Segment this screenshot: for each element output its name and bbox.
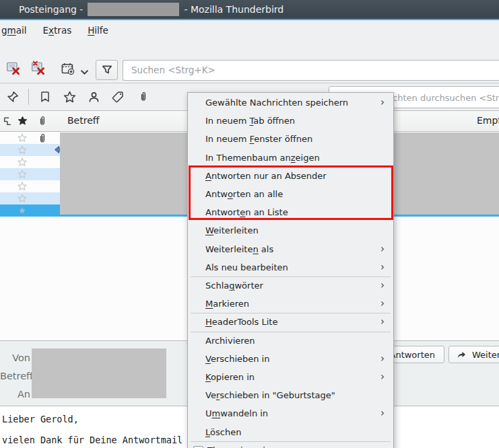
submenu-arrow-icon: › (380, 258, 385, 276)
menu-item-in-neuem-fenster-öffnen[interactable]: In neuem Fenster öffnen (189, 130, 393, 148)
header-label-from: Von (0, 352, 30, 363)
submenu-arrow-icon: › (380, 240, 385, 258)
submenu-arrow-icon: › (380, 276, 385, 295)
menu-item-label: Antworten an Liste (205, 207, 288, 217)
menu-item-label: Weiterleiten (205, 225, 259, 235)
calendar-add-icon[interactable] (59, 60, 75, 76)
menu-item-als-neu-bearbeiten[interactable]: Als neu bearbeiten› (189, 258, 393, 276)
menubar-item-gmail[interactable]: gmail (0, 22, 35, 38)
menu-item-label: In Themenbaum anzeigen (205, 153, 320, 163)
filter-funnel-icon (101, 64, 113, 76)
menu-item-verschieben-in[interactable]: Verschieben in› (189, 350, 393, 368)
paperclip-icon[interactable] (136, 89, 151, 104)
message-body-line: Lieber Gerold, (2, 414, 79, 424)
menu-item-label: Als neu bearbeiten (205, 262, 288, 272)
window-title-prefix: Posteingang - (19, 4, 83, 15)
quick-filter-toggle-button[interactable] (96, 60, 118, 80)
menu-item-label: Umwandeln in (205, 408, 268, 418)
menu-item-label: In neuem Tab öffnen (205, 116, 295, 126)
main-toolbar (0, 59, 499, 81)
reply-button-label: Antworten (390, 350, 436, 360)
menu-item-label: Archivieren (205, 336, 255, 346)
menu-item-weiterleiten[interactable]: Weiterleiten (189, 221, 393, 239)
menu-item-label: Schlagwörter (205, 281, 263, 291)
star-icon[interactable] (18, 145, 27, 155)
toolbar-icon-group (0, 60, 90, 81)
menu-item-label: In neuem Fenster öffnen (205, 134, 312, 144)
menu-item-label: Antworten nur an Absender (205, 171, 327, 181)
menu-item-label: Kopieren in (205, 372, 255, 382)
menu-item-label: Thema ignorieren (207, 445, 285, 448)
menubar: gmailExtrasHilfe (0, 20, 499, 40)
menubar-item-extras[interactable]: Extras (35, 22, 80, 38)
thread-icon[interactable] (3, 116, 13, 126)
forward-button-label: Weiterleiten (472, 350, 499, 360)
menu-item-umwandeln-in[interactable]: Umwandeln in› (189, 404, 393, 422)
menu-item-löschen[interactable]: Löschen (189, 423, 393, 441)
menu-item-label: Antworten an alle (205, 189, 283, 199)
menu-item-weiterleiten-als[interactable]: Weiterleiten als› (189, 240, 393, 258)
menu-item-schlagwörter[interactable]: Schlagwörter› (189, 276, 393, 295)
chevron-down-icon[interactable] (79, 64, 90, 80)
paperclip-icon (37, 133, 48, 144)
menubar-item-hilfe[interactable]: Hilfe (79, 22, 117, 38)
menu-item-label: HeaderTools Lite (205, 317, 277, 327)
pin-icon[interactable] (5, 89, 20, 104)
star-icon[interactable] (18, 133, 27, 143)
menu-item-antworten-an-liste[interactable]: Antworten an Liste (189, 203, 393, 221)
column-header-betreff[interactable]: Betreff (67, 115, 99, 126)
menu-item-markieren[interactable]: Markieren› (189, 295, 393, 313)
submenu-arrow-icon: › (380, 404, 385, 422)
submenu-arrow-icon: › (380, 313, 385, 331)
menu-item-verschieben-in-geburtstage[interactable]: Verschieben in "Geburtstage" (189, 386, 393, 404)
menu-item-label: Verschieben in "Geburtstage" (205, 390, 335, 400)
redacted-header-values (32, 348, 166, 398)
menu-item-thema-ignorieren[interactable]: Thema ignorieren (189, 441, 393, 448)
redacted-account-name (88, 3, 179, 16)
person-icon[interactable] (86, 89, 101, 104)
forward-button[interactable]: Weiterleiten (448, 346, 499, 363)
menu-item-label: Gewählte Nachrichten speichern (205, 98, 348, 108)
menu-item-in-neuem-tab-öffnen[interactable]: In neuem Tab öffnen (189, 112, 393, 130)
window-title-suffix: - Mozilla Thunderbird (184, 4, 284, 15)
star-icon[interactable] (18, 194, 27, 203)
submenu-arrow-icon: › (380, 295, 385, 313)
paperclip-icon[interactable] (37, 116, 48, 126)
bookmark-icon[interactable] (38, 89, 53, 104)
tag-icon[interactable] (110, 89, 125, 104)
forward-arrow-icon (457, 350, 467, 360)
menu-item-label: Markieren (205, 299, 249, 309)
menu-item-antworten-an-alle[interactable]: Antworten an alle (189, 185, 393, 203)
quickfilter-separator (28, 89, 29, 105)
menu-item-label: Weiterleiten als (205, 244, 273, 254)
submenu-arrow-icon: › (380, 368, 385, 386)
delete-junk-icon[interactable] (5, 60, 22, 76)
star-selected-icon[interactable] (18, 206, 27, 215)
submenu-arrow-icon: › (380, 350, 385, 368)
star-icon[interactable] (18, 170, 27, 179)
menu-item-label: Löschen (205, 427, 241, 437)
menu-item-label: Verschieben in (205, 354, 269, 364)
column-header-empfaenger[interactable]: Empfänger (477, 115, 499, 126)
menu-item-kopieren-in[interactable]: Kopieren in› (189, 368, 393, 386)
submenu-arrow-icon: › (380, 94, 385, 112)
search-input[interactable] (123, 60, 499, 81)
window-titlebar: Posteingang - - Mozilla Thunderbird (0, 0, 499, 19)
delete-all-junk-icon[interactable] (30, 60, 46, 76)
star-icon[interactable] (18, 182, 27, 191)
menu-item-archivieren[interactable]: Archivieren (189, 332, 393, 350)
header-label-subject: Betreff (0, 371, 30, 381)
star-icon[interactable] (62, 89, 77, 104)
header-label-to: An (0, 389, 30, 400)
menu-item-in-themenbaum-anzeigen[interactable]: In Themenbaum anzeigen (189, 149, 393, 167)
menu-item-antworten-nur-an-absender[interactable]: Antworten nur an Absender (189, 167, 393, 185)
star-filled-icon[interactable] (18, 116, 28, 126)
context-menu: Gewählte Nachrichten speichern›In neuem … (187, 92, 394, 448)
menu-item-gewählte-nachrichten-speichern[interactable]: Gewählte Nachrichten speichern› (189, 94, 393, 112)
star-icon[interactable] (18, 157, 27, 167)
menu-item-headertools-lite[interactable]: HeaderTools Lite› (189, 313, 393, 331)
